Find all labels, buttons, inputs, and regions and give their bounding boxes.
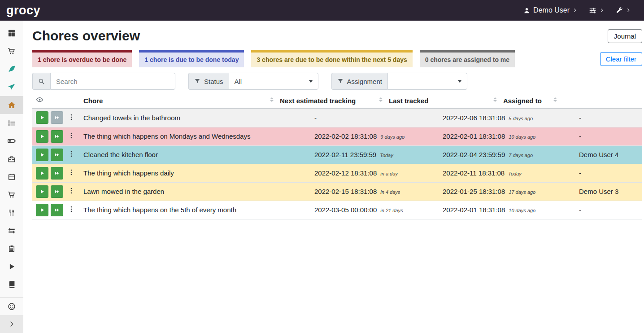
- search-icon: [38, 78, 45, 85]
- sidebar-item-calendar[interactable]: [0, 168, 23, 186]
- chore-name: The thing which happens on the 5th of ev…: [80, 201, 311, 219]
- ribbon-due-today[interactable]: 1 chore is due to be done today: [139, 50, 244, 67]
- smiley-icon: [8, 302, 16, 311]
- chores-table-body: Changed towels in the bathroom - 2022-02…: [32, 109, 642, 219]
- column-header-chore[interactable]: Chore: [80, 93, 276, 108]
- track-chore-button[interactable]: [36, 149, 48, 161]
- sidebar-item-feedback[interactable]: [0, 297, 23, 315]
- column-header-assigned-to[interactable]: Assigned to: [500, 93, 560, 108]
- sort-icon: [493, 97, 497, 102]
- chore-name: Lawn mowed in the garden: [80, 182, 311, 201]
- clear-filter-button[interactable]: Clear filter: [600, 52, 642, 66]
- sidebar-item-feather[interactable]: [0, 60, 23, 78]
- battery-icon: [8, 137, 16, 145]
- assigned-to: -: [575, 127, 642, 145]
- forward-icon: [54, 171, 60, 176]
- track-chore-button[interactable]: [36, 167, 48, 180]
- sidebar-item-batteries[interactable]: [0, 132, 23, 150]
- forward-icon: [54, 152, 60, 158]
- table-row: Changed towels in the bathroom - 2022-02…: [32, 109, 642, 127]
- sidebar-collapse-button[interactable]: [0, 315, 23, 333]
- last-tracked-relative: 10 days ago: [509, 208, 535, 213]
- track-chore-button[interactable]: [36, 111, 48, 124]
- sidebar-item-journal[interactable]: [0, 276, 23, 294]
- sidebar-item-shopping-list[interactable]: [0, 42, 23, 60]
- row-menu-button[interactable]: [66, 206, 76, 214]
- last-tracked-date: 2022-02-01 18:31:08: [443, 206, 505, 214]
- chores-table: Chore Next estimated tracking Last track…: [32, 93, 642, 219]
- chores-table-header: Chore Next estimated tracking Last track…: [32, 93, 642, 109]
- sidebar-item-transfer[interactable]: [0, 222, 23, 240]
- topbar: grocy Demo User: [0, 0, 644, 21]
- column-header-last-tracked[interactable]: Last tracked: [385, 93, 500, 108]
- caret-down-icon: [458, 80, 461, 83]
- skip-chore-button[interactable]: [51, 167, 63, 180]
- home-icon: [8, 101, 16, 109]
- sidebar-item-grid[interactable]: [0, 24, 23, 42]
- last-tracked-date: 2022-01-25 18:31:08: [443, 188, 505, 195]
- filter-icon: [194, 78, 200, 84]
- column-visibility-header[interactable]: [32, 93, 80, 108]
- next-tracking-relative: 9 days ago: [380, 134, 405, 140]
- search-icon-box: [32, 73, 50, 90]
- main-content: Chores overview Journal 1 chore is overd…: [23, 21, 644, 333]
- sidebar-item-tasks[interactable]: [0, 114, 23, 132]
- sidebar-item-paper-plane[interactable]: [0, 78, 23, 96]
- status-ribbons: 1 chore is overdue to be done 1 chore is…: [32, 50, 642, 67]
- filter-icon: [337, 78, 344, 84]
- row-menu-button[interactable]: [66, 187, 76, 196]
- play-icon: [39, 171, 45, 176]
- app-logo[interactable]: grocy: [6, 4, 40, 17]
- ribbon-due-soon[interactable]: 3 chores are due to be done within the n…: [251, 50, 412, 67]
- ellipsis-vertical-icon: [68, 206, 75, 213]
- search-input[interactable]: [50, 73, 175, 90]
- user-menu[interactable]: Demo User: [523, 6, 577, 14]
- next-tracking-date: -: [314, 114, 317, 122]
- play-icon: [39, 134, 45, 139]
- ribbon-assigned-to-me[interactable]: 0 chores are assigned to me: [420, 50, 515, 67]
- skip-chore-button[interactable]: [51, 185, 63, 198]
- settings-menu[interactable]: [616, 6, 631, 14]
- track-chore-button[interactable]: [36, 130, 48, 143]
- skip-chore-button[interactable]: [51, 149, 63, 161]
- skip-chore-button[interactable]: [51, 111, 63, 124]
- sidebar-item-inventory[interactable]: [0, 240, 23, 258]
- row-menu-button[interactable]: [66, 150, 76, 159]
- user-icon: [523, 7, 530, 14]
- sidebar-item-purchase[interactable]: [0, 186, 23, 204]
- assigned-to: -: [575, 109, 642, 127]
- status-select-value: All: [235, 78, 242, 85]
- assigned-to: -: [575, 164, 642, 182]
- eye-icon: [36, 96, 44, 104]
- journal-button[interactable]: Journal: [608, 29, 642, 43]
- ellipsis-vertical-icon: [68, 114, 75, 121]
- skip-chore-button[interactable]: [51, 204, 63, 216]
- ribbon-overdue[interactable]: 1 chore is overdue to be done: [32, 50, 132, 67]
- track-chore-button[interactable]: [36, 204, 48, 216]
- manage-data-menu[interactable]: [589, 6, 604, 14]
- sidebar-item-consume[interactable]: [0, 204, 23, 222]
- status-filter-group: Status All: [188, 73, 318, 90]
- assignment-select[interactable]: [387, 73, 467, 90]
- sidebar-item-equipment[interactable]: [0, 150, 23, 168]
- column-header-next-estimated-tracking[interactable]: Next estimated tracking: [276, 93, 385, 108]
- assigned-to: Demo User 3: [575, 182, 642, 201]
- sidebar-item-chores-overview[interactable]: [0, 96, 23, 114]
- row-menu-button[interactable]: [66, 169, 76, 177]
- table-row: Lawn mowed in the garden 2022-02-15 18:3…: [32, 182, 642, 201]
- table-row: The thing which happens on the 5th of ev…: [32, 201, 642, 219]
- track-chore-button[interactable]: [36, 185, 48, 198]
- next-tracking-date: 2022-03-05 00:00:00: [314, 206, 377, 214]
- status-select[interactable]: All: [229, 73, 318, 90]
- skip-chore-button[interactable]: [51, 130, 63, 143]
- row-menu-button[interactable]: [66, 114, 76, 122]
- last-tracked-relative: 17 days ago: [509, 189, 535, 195]
- row-menu-button[interactable]: [66, 132, 76, 140]
- sidebar-item-chore-tracking[interactable]: [0, 258, 23, 276]
- toolbox-icon: [8, 155, 16, 163]
- next-tracking-date: 2022-02-11 23:59:59: [314, 151, 376, 158]
- last-tracked-relative: Today: [508, 171, 522, 176]
- forward-icon: [54, 134, 60, 139]
- assignment-filter-group: Assignment: [331, 73, 467, 90]
- sort-icon: [553, 97, 557, 102]
